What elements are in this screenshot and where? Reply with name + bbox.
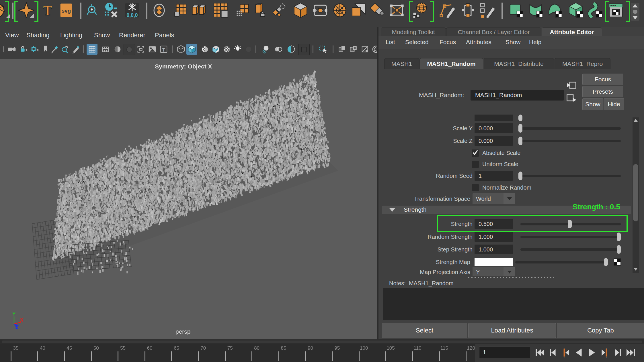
depth-of-field-icon[interactable] [273,44,284,55]
attr-slider-handle[interactable] [604,258,608,266]
range-slider-bar[interactable] [2,341,642,343]
ae-menu-show[interactable]: Show [506,39,521,46]
step-back-frame-button[interactable] [547,347,559,358]
strength-map-swatch[interactable] [475,258,513,266]
empty-slot-icon[interactable] [298,44,310,55]
mash-stack-icon[interactable] [370,2,385,18]
gate-mask-icon[interactable] [112,44,123,55]
dropdown-map-projection-axis[interactable]: Y [473,267,504,276]
viewport-menu-renderer[interactable]: Renderer [119,32,145,39]
scene-canvas[interactable] [0,59,377,340]
svg-tool-icon[interactable]: svg [59,2,73,18]
connection-out-icon[interactable] [566,93,577,102]
polygon-gem-icon[interactable] [0,2,6,18]
image-plane-icon[interactable] [147,44,158,55]
exposure-icon[interactable] [370,44,377,55]
hide-button[interactable]: Hide [604,98,624,110]
textured-mode-icon[interactable] [210,44,221,55]
smooth-shade-icon[interactable] [186,44,197,55]
show-button[interactable]: Show [582,98,603,110]
zoom-select-icon[interactable] [60,44,71,55]
connection-in-icon[interactable] [566,81,577,90]
attr-slider-track[interactable] [520,248,621,251]
node-tab-MASH1_Repro[interactable]: MASH1_Repro [555,58,610,69]
joint-tool-icon[interactable] [85,2,99,18]
attr-slider-handle[interactable] [518,137,522,145]
overlap-front-icon[interactable] [337,44,348,55]
field-random-strength[interactable]: 1.000 [475,232,513,242]
mash-squares-icon[interactable] [236,2,249,18]
mash-extrude-icon[interactable] [252,2,266,18]
texture-cube-icon[interactable] [568,2,584,18]
ambient-occlusion-icon[interactable] [260,44,271,55]
attr-slider-track[interactable] [515,261,606,263]
mash-transform-rect-icon[interactable] [389,2,405,18]
footer-button-copy-tab[interactable]: Copy Tab [557,323,644,338]
select-highlight-icon[interactable] [49,44,60,55]
attr-slider-handle[interactable] [617,245,621,254]
texture-window-icon[interactable] [608,2,624,18]
step-back-key-button[interactable] [560,347,571,358]
go-to-end-button[interactable] [625,347,637,358]
mash-sphere-grid-icon[interactable] [412,2,428,18]
viewport-3d-scene[interactable] [0,59,377,340]
curve-pen-tool-icon[interactable] [439,2,457,18]
dropdown-transformation-space[interactable]: World [473,193,504,204]
attr-slider-handle[interactable] [518,172,522,180]
camera-lock-icon[interactable] [18,44,29,55]
dropdown-arrow[interactable] [504,193,515,204]
film-gate-icon[interactable] [100,44,111,55]
zero-transform-icon[interactable]: 0,0,0 [124,2,140,18]
camera-icon[interactable] [6,44,17,55]
dock-tab-1[interactable]: Channel Box / Layer Editor [446,27,541,36]
lattice-edit-tool-icon[interactable] [461,2,475,18]
footer-button-select[interactable]: Select [382,323,467,338]
attr-scrollbar-down-icon[interactable] [634,268,638,271]
attr-slider-handle[interactable] [518,115,522,121]
mash-grid-icon[interactable] [174,2,188,18]
footer-button-load-attributes[interactable]: Load Attributes [468,323,556,338]
overlap-center-icon[interactable] [348,44,359,55]
time-slider[interactable]: 3540455055606570758085909510010511011512… [0,344,475,362]
texture-square-icon[interactable] [509,2,524,18]
wireframe-mode-icon[interactable] [175,44,186,55]
ae-menu-help[interactable]: Help [529,39,541,46]
texture-bend-icon[interactable] [528,2,543,18]
isolate-select-icon[interactable] [318,44,329,55]
node-tab-MASH1[interactable]: MASH1 [384,58,419,69]
attr-slider-track[interactable] [520,127,621,130]
checkbox-uniform-scale[interactable] [472,161,479,168]
wireframe-on-shaded-icon[interactable] [200,44,210,55]
text-tool-icon[interactable]: T [41,2,54,18]
node-name-input[interactable]: MASH1_Random [471,90,564,101]
viewport-menu-view[interactable]: View [5,32,19,39]
resolution-gate-icon[interactable] [135,44,146,55]
shelf-scroll-icon[interactable] [631,3,639,21]
dock-tab-0[interactable]: Modeling Toolkit [381,27,446,36]
panel-resize-handle[interactable] [468,277,554,278]
ae-menu-attributes[interactable]: Attributes [466,39,491,46]
step-forward-frame-button[interactable] [612,347,624,358]
attr-slider-track[interactable] [520,140,621,142]
mash-distribute-icon[interactable] [152,2,166,18]
play-forward-button[interactable] [586,347,598,358]
viewport-menu-shading[interactable]: Shading [26,32,50,39]
annotate-icon[interactable] [71,44,81,55]
attr-slider-handle[interactable] [617,233,621,241]
shadows-icon[interactable] [243,44,254,55]
attr-slider-handle[interactable] [518,124,522,133]
ae-menu-list[interactable]: List [386,39,395,46]
node-tab-MASH1_Distribute[interactable]: MASH1_Distribute [484,58,554,69]
field-scale-y[interactable]: 0.000 [475,123,513,133]
play-backwards-button[interactable] [573,347,585,358]
use-all-lights-icon[interactable] [232,44,243,55]
field-chart-icon[interactable] [124,44,135,55]
mash-web-icon[interactable] [332,2,347,18]
attr-field-partial[interactable] [475,115,513,121]
mash-diamonds-icon[interactable] [272,2,286,18]
dropdown-arrow[interactable] [504,267,515,276]
time-reset-icon[interactable] [103,2,119,18]
texture-claw-icon[interactable] [547,2,563,18]
ae-menu-focus[interactable]: Focus [440,39,456,46]
attr-slider-track[interactable] [520,236,621,238]
